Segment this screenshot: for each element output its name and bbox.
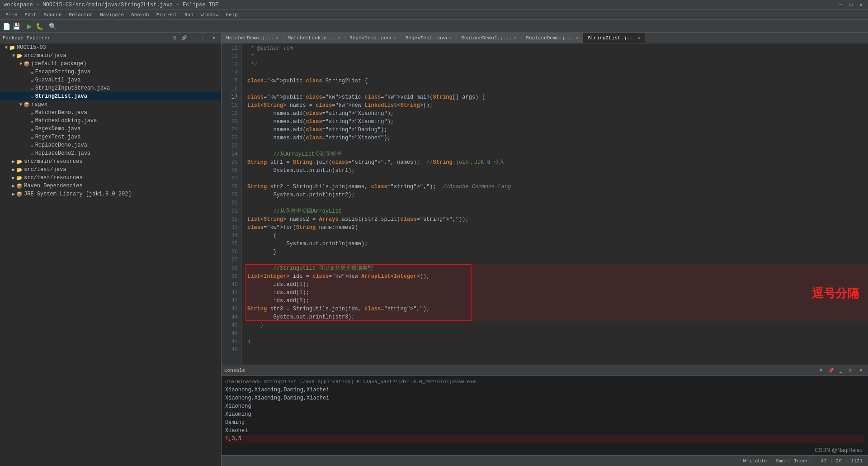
menu-item-navigate[interactable]: Navigate xyxy=(96,11,127,19)
line-number: 11 xyxy=(222,44,238,52)
tab-label: ReplaceDemo2.j... xyxy=(461,35,512,41)
tab-close-icon[interactable]: ✕ xyxy=(576,35,578,41)
tree-file-icon: ☕ xyxy=(31,77,34,83)
tree-item[interactable]: ▶ 📂 src/main/resources xyxy=(0,157,221,166)
tab-close-icon[interactable]: ✕ xyxy=(514,35,516,41)
tree-item[interactable]: ☕ ReplaceDemo2.java xyxy=(0,149,221,157)
tree-item[interactable]: ▼ 📂 src/main/java xyxy=(0,52,221,60)
tree-item[interactable]: ☕ RegexDemo.java xyxy=(0,125,221,133)
line-number: 16 xyxy=(222,85,238,93)
editor-tab[interactable]: RegexDemo.java✕ xyxy=(345,33,401,43)
editor-tab[interactable]: MatchesLookin...✕ xyxy=(283,33,345,43)
tree-item[interactable]: ☕ MatcherDemo.java xyxy=(0,109,221,117)
editor-tab[interactable]: ReplaceDemo2.j...✕ xyxy=(457,33,521,43)
code-line: ids.add(3); xyxy=(247,289,868,297)
line-number: 26 xyxy=(222,166,238,175)
tree-item[interactable]: ☕ RegexTest.java xyxy=(0,133,221,141)
tree-item[interactable]: ☕ String2InputStream.java xyxy=(0,84,221,92)
menu-item-project[interactable]: Project xyxy=(153,11,181,19)
code-editor[interactable]: * @author Tom * */ class="kw">public cla… xyxy=(242,43,868,365)
tree-expand-icon[interactable]: ▼ xyxy=(4,45,9,50)
tree-file-icon: ☕ xyxy=(31,110,34,116)
tree-expand-icon[interactable]: ▶ xyxy=(11,175,16,181)
tab-close-icon[interactable]: ✕ xyxy=(393,35,396,41)
tree-expand-icon[interactable]: ▶ xyxy=(11,191,16,197)
tree-item[interactable]: ☕ ReplaceDemo.java xyxy=(0,141,221,149)
code-line: } xyxy=(247,338,868,346)
tree-file-icon: ☕ xyxy=(31,118,34,124)
line-number: 28 xyxy=(222,183,238,191)
menu-item-run[interactable]: Run xyxy=(181,11,197,19)
status-bar: Writable Smart Insert 42 : 20 : 1121 xyxy=(222,455,868,466)
console-close[interactable]: ✕ xyxy=(856,366,865,375)
menu-item-search[interactable]: Search xyxy=(127,11,153,19)
tab-close-icon[interactable]: ✕ xyxy=(449,35,452,41)
tree-item[interactable]: ▶ 📦 JRE System Library [jdk1.8.0_202] xyxy=(0,190,221,198)
menu-item-window[interactable]: Window xyxy=(197,11,222,19)
console-maximize[interactable]: □ xyxy=(846,366,855,375)
toolbar-debug[interactable]: 🐛 xyxy=(35,22,44,31)
maximize-button[interactable]: □ xyxy=(848,2,854,8)
tree-item-label: Maven Dependencies xyxy=(24,183,83,189)
code-line xyxy=(247,175,868,183)
tree-item[interactable]: ☕ MatchesLooking.java xyxy=(0,117,221,125)
tree-item-label: String2InputStream.java xyxy=(35,85,110,91)
tree-item[interactable]: ▼ 📁 MOOC15-03 xyxy=(0,43,221,52)
tree-expand-icon[interactable]: ▶ xyxy=(11,167,16,172)
watermark: CSDN @NagiHejao xyxy=(815,447,863,453)
toolbar-new[interactable]: 📄 xyxy=(2,22,11,31)
line-number: 17 xyxy=(222,93,238,101)
tree-item[interactable]: ▼ 📦 (default package) xyxy=(0,60,221,68)
tree-expand-icon[interactable]: ▼ xyxy=(18,102,24,107)
pe-minimize[interactable]: _ xyxy=(189,33,198,43)
line-number: 35 xyxy=(222,240,238,248)
menu-item-source[interactable]: Source xyxy=(40,11,66,19)
tree-item[interactable]: ▶ 📦 Maven Dependencies xyxy=(0,182,221,190)
line-number: 43 xyxy=(222,305,238,313)
menu-item-edit[interactable]: Edit xyxy=(21,11,40,19)
pe-collapse-all[interactable]: ⊟ xyxy=(170,33,179,43)
pe-maximize[interactable]: □ xyxy=(199,33,208,43)
tree-item[interactable]: ▶ 📂 src/test/resources xyxy=(0,174,221,182)
pe-close[interactable]: ✕ xyxy=(209,33,218,43)
console-clear[interactable]: ✕ xyxy=(816,366,826,375)
toolbar-save[interactable]: 💾 xyxy=(12,22,21,31)
tree-file-icon: 📁 xyxy=(9,45,15,51)
editor-tab[interactable]: RegexTest.java✕ xyxy=(401,33,457,43)
console-pin[interactable]: 📌 xyxy=(826,366,835,375)
tree-item[interactable]: ☕ String2List.java xyxy=(0,92,221,100)
toolbar-run[interactable]: ▶ xyxy=(25,22,34,31)
tree-expand-icon[interactable]: ▼ xyxy=(18,62,24,67)
pe-link[interactable]: 🔗 xyxy=(179,33,189,43)
console-minimize[interactable]: _ xyxy=(836,366,845,375)
tree-item[interactable]: ☕ GuavaUtil.java xyxy=(0,76,221,84)
minimize-button[interactable]: — xyxy=(837,2,844,8)
tree-item[interactable]: ▶ 📂 src/test/java xyxy=(0,166,221,174)
tree-expand-icon[interactable]: ▼ xyxy=(11,53,16,58)
line-number: 20 xyxy=(222,118,238,126)
menu-item-help[interactable]: Help xyxy=(222,11,241,19)
close-button[interactable]: ✕ xyxy=(858,2,864,8)
code-line xyxy=(247,329,868,338)
toolbar-search[interactable]: 🔍 xyxy=(48,22,57,31)
tree-file-icon: 📦 xyxy=(16,191,23,197)
tree-item-label: GuavaUtil.java xyxy=(35,77,81,83)
editor-tab[interactable]: ReplaceDemo.j...✕ xyxy=(521,33,583,43)
console-output-line: Xiaohei xyxy=(225,427,864,435)
tree-expand-icon[interactable]: ▶ xyxy=(11,183,16,189)
tab-close-icon[interactable]: ✕ xyxy=(337,35,340,41)
tree-expand-icon[interactable]: ▶ xyxy=(11,159,16,164)
menu-item-file[interactable]: File xyxy=(2,11,21,19)
code-line: } xyxy=(247,321,868,329)
tab-close-icon[interactable]: ✕ xyxy=(276,35,278,41)
tree-file-icon: ☕ xyxy=(31,94,34,100)
line-numbers: 1112131415161718192021222324252627282930… xyxy=(222,43,242,365)
editor-tab[interactable]: String2List.j...✕ xyxy=(583,33,645,43)
menu-item-refactor[interactable]: Refactor xyxy=(65,11,96,19)
tree-file-icon: 📂 xyxy=(16,175,23,181)
editor-tab[interactable]: MatcherDemo.j...✕ xyxy=(222,33,283,43)
code-line: names.add(class="string">"Xiaohei"); xyxy=(247,134,868,142)
tree-item[interactable]: ▼ 📦 regex xyxy=(0,100,221,109)
tab-close-icon[interactable]: ✕ xyxy=(637,35,640,41)
tree-item[interactable]: ☕ EscapeString.java xyxy=(0,68,221,76)
